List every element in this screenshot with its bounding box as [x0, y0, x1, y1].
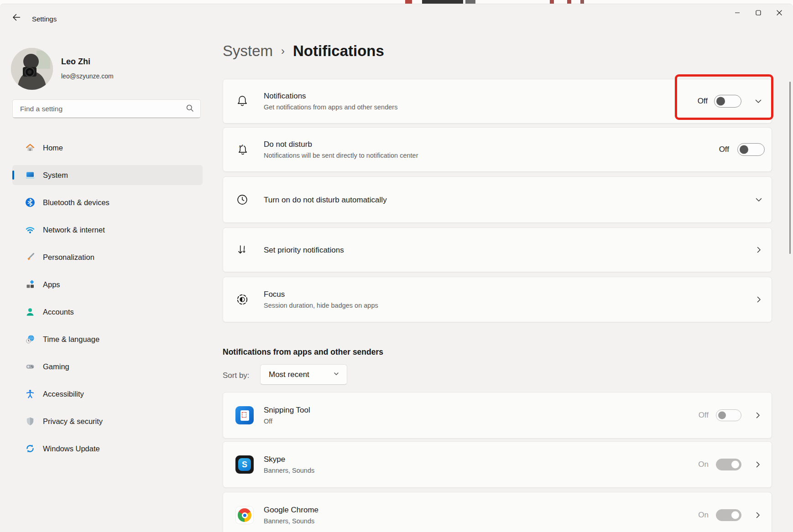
svg-text:z: z [239, 145, 241, 148]
app-row-google-chrome[interactable]: Google Chrome Banners, Sounds On [223, 492, 772, 532]
bell-sleep-icon: zz [235, 142, 250, 157]
breadcrumb-separator-icon: › [281, 45, 285, 57]
app-name: Snipping Tool [264, 405, 699, 415]
sidebar-item-label: Bluetooth & devices [43, 198, 110, 207]
card-text: Notifications Get notifications from app… [264, 91, 698, 112]
minimize-icon [735, 9, 740, 17]
card-subtitle: Notifications will be sent directly to n… [264, 151, 719, 160]
google-chrome-toggle[interactable] [716, 509, 741, 521]
settings-window: Settings Leo Zhi leo@szyunze.com [0, 4, 793, 532]
card-title: Notifications [264, 91, 698, 101]
toggle-state-label: Off [698, 97, 708, 106]
minimize-button[interactable] [727, 4, 748, 22]
sidebar-item-bluetooth-devices[interactable]: Bluetooth & devices [12, 192, 203, 212]
app-row-skype[interactable]: S Skype Banners, Sounds On [223, 441, 772, 488]
sort-by-label: Sort by: [223, 371, 250, 380]
wifi-icon [25, 224, 36, 235]
card-text: Turn on do not disturb automatically [264, 195, 754, 205]
globe-clock-icon [25, 334, 36, 345]
sidebar: Home System Bluetooth & devices Network … [12, 138, 203, 466]
sidebar-item-system[interactable]: System [12, 165, 203, 185]
card-do-not-disturb[interactable]: zz Do not disturb Notifications will be … [223, 127, 772, 172]
sidebar-item-accessibility[interactable]: Accessibility [12, 384, 203, 404]
sidebar-item-label: Gaming [43, 362, 69, 371]
sidebar-item-gaming[interactable]: Gaming [12, 356, 203, 377]
snipping-tool-icon [235, 406, 254, 424]
chevron-down-icon[interactable] [754, 97, 763, 106]
person-icon [25, 306, 36, 317]
card-title: Turn on do not disturb automatically [264, 195, 754, 205]
toggle-knob [731, 461, 739, 469]
app-controls: On [698, 459, 762, 470]
sidebar-item-label: Accounts [43, 308, 74, 316]
back-arrow-icon [12, 13, 21, 24]
close-button[interactable] [769, 4, 790, 22]
close-icon [777, 9, 782, 17]
sidebar-item-apps[interactable]: Apps [12, 274, 203, 294]
home-icon [25, 142, 36, 153]
app-status: Banners, Sounds [264, 466, 698, 475]
back-button[interactable] [8, 10, 25, 26]
app-text: Skype Banners, Sounds [264, 454, 698, 475]
card-controls [754, 195, 763, 204]
sidebar-item-label: Personalization [43, 253, 94, 262]
sidebar-item-windows-update[interactable]: Windows Update [12, 439, 203, 459]
toggle-state-label: On [698, 511, 709, 520]
app-row-snipping-tool[interactable]: Snipping Tool Off Off [223, 392, 772, 439]
maximize-button[interactable] [748, 4, 769, 22]
section-header: Notifications from apps and other sender… [223, 347, 383, 357]
profile-email: leo@szyunze.com [61, 72, 114, 80]
toggle-knob [740, 145, 748, 154]
vertical-scrollbar[interactable] [789, 82, 791, 254]
sidebar-item-label: Time & language [43, 335, 99, 344]
sidebar-item-label: Windows Update [43, 444, 100, 453]
skype-icon: S [235, 455, 254, 474]
google-chrome-icon [235, 506, 254, 524]
chevron-down-icon[interactable] [754, 195, 763, 204]
notifications-toggle[interactable] [714, 95, 741, 108]
app-text: Google Chrome Banners, Sounds [264, 505, 698, 526]
breadcrumb-parent[interactable]: System [223, 42, 273, 60]
card-dnd-automatic[interactable]: Turn on do not disturb automatically [223, 176, 772, 223]
search-input[interactable] [20, 105, 186, 113]
sidebar-item-personalization[interactable]: Personalization [12, 247, 203, 267]
page-title: Notifications [293, 42, 384, 60]
sidebar-item-home[interactable]: Home [12, 138, 203, 158]
chevron-right-icon [754, 295, 763, 304]
bell-icon [235, 94, 250, 108]
breadcrumb: System › Notifications [223, 42, 384, 60]
card-controls [754, 245, 763, 254]
card-subtitle: Session duration, hide badges on apps [264, 301, 754, 310]
card-focus[interactable]: Focus Session duration, hide badges on a… [223, 277, 772, 322]
sidebar-item-privacy-security[interactable]: Privacy & security [12, 411, 203, 431]
chevron-right-icon [753, 460, 762, 469]
toggle-knob [731, 511, 739, 519]
chevron-down-icon [333, 371, 339, 379]
sidebar-item-label: Accessibility [43, 390, 84, 398]
gamepad-icon [25, 361, 36, 372]
card-priority-notifications[interactable]: Set priority notifications [223, 227, 772, 272]
app-status: Banners, Sounds [264, 517, 698, 526]
snipping-tool-toggle[interactable] [716, 409, 741, 421]
card-notifications[interactable]: Notifications Get notifications from app… [223, 79, 772, 124]
card-subtitle: Get notifications from apps and other se… [264, 103, 698, 112]
update-icon [25, 443, 36, 454]
sidebar-item-time-language[interactable]: Time & language [12, 329, 203, 349]
do-not-disturb-toggle[interactable] [737, 143, 765, 156]
sort-dropdown[interactable]: Most recent [260, 364, 347, 385]
shield-icon [25, 416, 36, 427]
app-text: Snipping Tool Off [264, 405, 699, 426]
sidebar-item-label: Apps [43, 280, 60, 289]
app-name: Skype [264, 454, 698, 465]
skype-toggle[interactable] [716, 459, 741, 470]
sidebar-item-label: Privacy & security [43, 417, 103, 426]
window-controls [727, 4, 790, 22]
sidebar-item-accounts[interactable]: Accounts [12, 302, 203, 322]
avatar[interactable] [11, 48, 53, 90]
chevron-right-icon [753, 411, 762, 420]
search-icon [186, 104, 194, 114]
bluetooth-icon [25, 197, 36, 208]
apps-icon [25, 279, 36, 290]
sort-dropdown-value: Most recent [269, 370, 333, 379]
sidebar-item-network-internet[interactable]: Network & internet [12, 220, 203, 240]
